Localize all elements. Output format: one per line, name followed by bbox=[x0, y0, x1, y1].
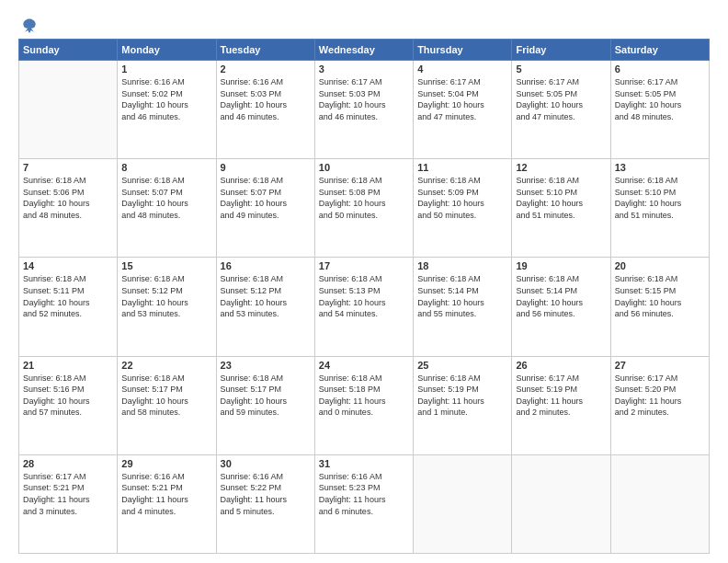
day-info: Sunrise: 6:18 AM Sunset: 5:16 PM Dayligh… bbox=[23, 373, 113, 419]
day-number: 27 bbox=[615, 360, 705, 371]
col-header-tuesday: Tuesday bbox=[216, 40, 314, 61]
calendar-cell bbox=[512, 454, 610, 553]
day-number: 23 bbox=[221, 360, 311, 371]
calendar-cell: 2Sunrise: 6:16 AM Sunset: 5:03 PM Daylig… bbox=[216, 61, 314, 159]
day-number: 5 bbox=[516, 63, 606, 75]
calendar-cell: 18Sunrise: 6:18 AM Sunset: 5:14 PM Dayli… bbox=[414, 258, 512, 356]
logo-bird-icon bbox=[20, 17, 39, 35]
calendar-cell: 30Sunrise: 6:16 AM Sunset: 5:22 PM Dayli… bbox=[216, 454, 314, 553]
calendar-week-row: 14Sunrise: 6:18 AM Sunset: 5:11 PM Dayli… bbox=[19, 258, 710, 356]
logo bbox=[18, 17, 39, 31]
col-header-thursday: Thursday bbox=[414, 40, 512, 61]
calendar-cell: 24Sunrise: 6:18 AM Sunset: 5:18 PM Dayli… bbox=[314, 356, 413, 454]
day-number: 9 bbox=[221, 162, 311, 173]
calendar-cell bbox=[610, 454, 709, 553]
calendar-cell bbox=[19, 61, 118, 159]
calendar-cell: 1Sunrise: 6:16 AM Sunset: 5:02 PM Daylig… bbox=[118, 61, 216, 159]
day-number: 12 bbox=[516, 162, 606, 173]
day-info: Sunrise: 6:18 AM Sunset: 5:10 PM Dayligh… bbox=[516, 175, 606, 221]
calendar-cell: 22Sunrise: 6:18 AM Sunset: 5:17 PM Dayli… bbox=[118, 356, 216, 454]
day-info: Sunrise: 6:16 AM Sunset: 5:22 PM Dayligh… bbox=[221, 471, 311, 517]
calendar-header-row: SundayMondayTuesdayWednesdayThursdayFrid… bbox=[19, 40, 710, 61]
day-number: 8 bbox=[121, 162, 211, 173]
calendar-cell: 31Sunrise: 6:16 AM Sunset: 5:23 PM Dayli… bbox=[314, 454, 413, 553]
calendar-cell: 8Sunrise: 6:18 AM Sunset: 5:07 PM Daylig… bbox=[118, 159, 216, 258]
day-number: 19 bbox=[516, 260, 606, 271]
col-header-friday: Friday bbox=[512, 40, 610, 61]
day-number: 6 bbox=[615, 63, 705, 75]
calendar-cell: 16Sunrise: 6:18 AM Sunset: 5:12 PM Dayli… bbox=[216, 258, 314, 356]
day-info: Sunrise: 6:17 AM Sunset: 5:20 PM Dayligh… bbox=[615, 373, 705, 419]
day-info: Sunrise: 6:16 AM Sunset: 5:21 PM Dayligh… bbox=[121, 471, 211, 517]
day-number: 16 bbox=[221, 260, 311, 271]
calendar-cell: 14Sunrise: 6:18 AM Sunset: 5:11 PM Dayli… bbox=[19, 258, 118, 356]
day-number: 3 bbox=[319, 63, 409, 75]
day-number: 1 bbox=[121, 63, 211, 75]
day-info: Sunrise: 6:18 AM Sunset: 5:17 PM Dayligh… bbox=[221, 373, 311, 419]
day-number: 21 bbox=[23, 360, 113, 371]
day-info: Sunrise: 6:18 AM Sunset: 5:06 PM Dayligh… bbox=[23, 175, 113, 221]
calendar-cell: 5Sunrise: 6:17 AM Sunset: 5:05 PM Daylig… bbox=[512, 61, 610, 159]
day-number: 28 bbox=[23, 458, 113, 469]
day-number: 22 bbox=[121, 360, 211, 371]
day-number: 14 bbox=[23, 260, 113, 271]
day-info: Sunrise: 6:18 AM Sunset: 5:08 PM Dayligh… bbox=[319, 175, 409, 221]
day-info: Sunrise: 6:18 AM Sunset: 5:17 PM Dayligh… bbox=[121, 373, 211, 419]
day-number: 13 bbox=[615, 162, 705, 173]
calendar-cell: 17Sunrise: 6:18 AM Sunset: 5:13 PM Dayli… bbox=[314, 258, 413, 356]
calendar-week-row: 7Sunrise: 6:18 AM Sunset: 5:06 PM Daylig… bbox=[19, 159, 710, 258]
day-number: 10 bbox=[319, 162, 409, 173]
day-info: Sunrise: 6:18 AM Sunset: 5:09 PM Dayligh… bbox=[417, 175, 507, 221]
calendar-cell: 20Sunrise: 6:18 AM Sunset: 5:15 PM Dayli… bbox=[610, 258, 709, 356]
day-number: 18 bbox=[417, 260, 507, 271]
col-header-wednesday: Wednesday bbox=[314, 40, 413, 61]
day-number: 25 bbox=[417, 360, 507, 371]
calendar-cell: 26Sunrise: 6:17 AM Sunset: 5:19 PM Dayli… bbox=[512, 356, 610, 454]
calendar-cell: 15Sunrise: 6:18 AM Sunset: 5:12 PM Dayli… bbox=[118, 258, 216, 356]
day-info: Sunrise: 6:17 AM Sunset: 5:03 PM Dayligh… bbox=[319, 76, 409, 122]
day-number: 17 bbox=[319, 260, 409, 271]
day-info: Sunrise: 6:18 AM Sunset: 5:14 PM Dayligh… bbox=[417, 273, 507, 319]
day-info: Sunrise: 6:17 AM Sunset: 5:04 PM Dayligh… bbox=[417, 76, 507, 122]
day-info: Sunrise: 6:16 AM Sunset: 5:02 PM Dayligh… bbox=[121, 76, 211, 122]
day-info: Sunrise: 6:16 AM Sunset: 5:23 PM Dayligh… bbox=[319, 471, 409, 517]
day-info: Sunrise: 6:18 AM Sunset: 5:11 PM Dayligh… bbox=[23, 273, 113, 319]
calendar-cell: 21Sunrise: 6:18 AM Sunset: 5:16 PM Dayli… bbox=[19, 356, 118, 454]
calendar-week-row: 21Sunrise: 6:18 AM Sunset: 5:16 PM Dayli… bbox=[19, 356, 710, 454]
col-header-sunday: Sunday bbox=[19, 40, 118, 61]
day-info: Sunrise: 6:17 AM Sunset: 5:05 PM Dayligh… bbox=[615, 76, 705, 122]
col-header-saturday: Saturday bbox=[610, 40, 709, 61]
day-number: 24 bbox=[319, 360, 409, 371]
header bbox=[18, 17, 710, 31]
day-info: Sunrise: 6:18 AM Sunset: 5:19 PM Dayligh… bbox=[417, 373, 507, 419]
calendar-cell: 25Sunrise: 6:18 AM Sunset: 5:19 PM Dayli… bbox=[414, 356, 512, 454]
day-info: Sunrise: 6:18 AM Sunset: 5:07 PM Dayligh… bbox=[221, 175, 311, 221]
day-info: Sunrise: 6:18 AM Sunset: 5:07 PM Dayligh… bbox=[121, 175, 211, 221]
day-number: 7 bbox=[23, 162, 113, 173]
day-info: Sunrise: 6:18 AM Sunset: 5:18 PM Dayligh… bbox=[319, 373, 409, 419]
page: SundayMondayTuesdayWednesdayThursdayFrid… bbox=[0, 0, 728, 563]
day-number: 26 bbox=[516, 360, 606, 371]
day-info: Sunrise: 6:18 AM Sunset: 5:14 PM Dayligh… bbox=[516, 273, 606, 319]
calendar-cell: 29Sunrise: 6:16 AM Sunset: 5:21 PM Dayli… bbox=[118, 454, 216, 553]
day-number: 29 bbox=[121, 458, 211, 469]
calendar-cell: 23Sunrise: 6:18 AM Sunset: 5:17 PM Dayli… bbox=[216, 356, 314, 454]
calendar-cell bbox=[414, 454, 512, 553]
day-number: 15 bbox=[121, 260, 211, 271]
day-number: 31 bbox=[319, 458, 409, 469]
calendar-cell: 10Sunrise: 6:18 AM Sunset: 5:08 PM Dayli… bbox=[314, 159, 413, 258]
calendar-cell: 19Sunrise: 6:18 AM Sunset: 5:14 PM Dayli… bbox=[512, 258, 610, 356]
calendar-cell: 6Sunrise: 6:17 AM Sunset: 5:05 PM Daylig… bbox=[610, 61, 709, 159]
day-number: 30 bbox=[221, 458, 311, 469]
day-number: 20 bbox=[615, 260, 705, 271]
calendar-cell: 28Sunrise: 6:17 AM Sunset: 5:21 PM Dayli… bbox=[19, 454, 118, 553]
day-info: Sunrise: 6:18 AM Sunset: 5:12 PM Dayligh… bbox=[221, 273, 311, 319]
calendar-cell: 11Sunrise: 6:18 AM Sunset: 5:09 PM Dayli… bbox=[414, 159, 512, 258]
calendar-cell: 27Sunrise: 6:17 AM Sunset: 5:20 PM Dayli… bbox=[610, 356, 709, 454]
calendar-cell: 7Sunrise: 6:18 AM Sunset: 5:06 PM Daylig… bbox=[19, 159, 118, 258]
day-info: Sunrise: 6:17 AM Sunset: 5:19 PM Dayligh… bbox=[516, 373, 606, 419]
day-number: 2 bbox=[221, 63, 311, 75]
day-info: Sunrise: 6:16 AM Sunset: 5:03 PM Dayligh… bbox=[221, 76, 311, 122]
logo-text bbox=[18, 17, 39, 35]
day-info: Sunrise: 6:18 AM Sunset: 5:15 PM Dayligh… bbox=[615, 273, 705, 319]
